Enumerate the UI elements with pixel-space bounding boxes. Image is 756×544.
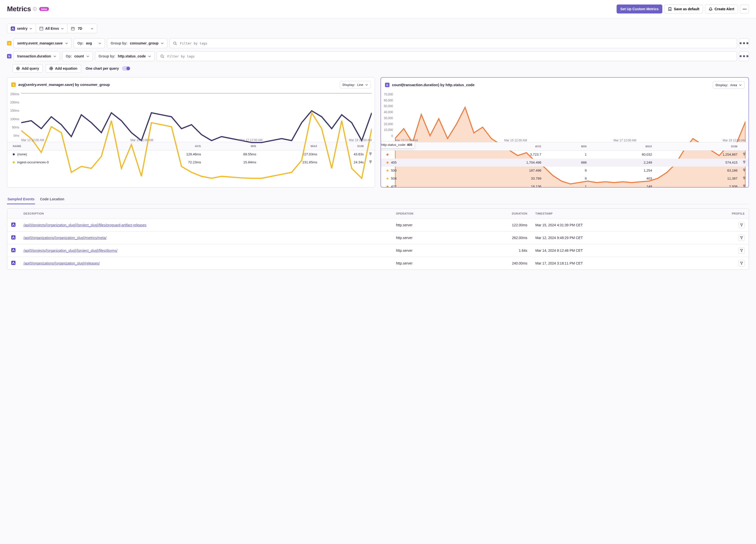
col-description: DESCRIPTION [19, 209, 392, 219]
table-row[interactable]: 500187.49691,25463,186 [381, 167, 749, 175]
svg-rect-11 [11, 261, 15, 265]
event-row[interactable]: /api/0/organizations/{organization_slug}… [7, 257, 749, 270]
svg-rect-9 [11, 235, 15, 240]
daterange-select[interactable]: 7D [67, 24, 97, 33]
tabs: Sampled Events Code Location [7, 195, 749, 204]
add-query-button[interactable]: Add query [12, 64, 43, 73]
event-link[interactable]: /api/0/projects/{organization_slug}/{pro… [23, 249, 117, 253]
event-row[interactable]: /api/0/projects/{organization_slug}/{pro… [7, 219, 749, 232]
tooltip-label: http.status_code: [381, 143, 406, 147]
metric-select-b[interactable]: transaction.duration [13, 51, 60, 61]
query-more-a[interactable] [739, 38, 749, 48]
page-header: Metrics ⓘ beta Set Up Custom Metrics Sav… [0, 0, 756, 18]
filter-input-a[interactable] [169, 38, 737, 48]
query-badge-a: a [7, 41, 11, 45]
window-icon [39, 27, 43, 30]
col-profile: PROFILE [689, 209, 749, 219]
one-chart-toggle[interactable] [122, 66, 130, 71]
save-default-button[interactable]: Save as default [664, 4, 703, 13]
query-more-b[interactable] [739, 51, 749, 61]
profile-button[interactable] [738, 260, 745, 267]
display-select-b[interactable]: Display: Area [713, 81, 745, 89]
add-equation-button[interactable]: Add equation [46, 64, 81, 73]
project-name: sentry [17, 26, 27, 30]
search-icon [173, 41, 177, 45]
events-table: DESCRIPTION OPERATION DURATION TIMESTAMP… [7, 208, 749, 270]
xaxis-a: Mar 13 12:00 AMMar 15 12:00 AMMar 17 12:… [21, 138, 372, 142]
yaxis-a: 250ms200ms150ms100ms50ms0ms [7, 92, 21, 138]
tooltip: http.status_code: 405 [380, 141, 415, 148]
xaxis-b: Mar 13 12:00 AMMar 15 12:00 AMMar 17 12:… [395, 139, 746, 142]
chart-plot-a[interactable]: 250ms200ms150ms100ms50ms0ms Mar 13 12:00… [7, 92, 375, 142]
beta-badge: beta [39, 7, 49, 11]
metric-value-b: transaction.duration [17, 54, 51, 58]
setup-custom-metrics-button[interactable]: Set Up Custom Metrics [617, 4, 662, 13]
sentry-project-icon [11, 235, 15, 240]
profile-button[interactable] [738, 247, 745, 254]
legend-table-b: NAMEAVGMINMAXSUM 3,723.7180,0321,254,887… [381, 142, 749, 187]
filter-bar: sentry All Envs 7D [7, 24, 749, 33]
create-alert-label: Create Alert [715, 7, 734, 11]
event-row[interactable]: /api/0/organizations/{organization_slug}… [7, 232, 749, 244]
display-value-a: Line [357, 83, 363, 87]
filter-field-a[interactable] [179, 41, 733, 45]
yaxis-b: 70,00060,00050,00040,00030,00020,00010,0… [381, 92, 394, 138]
groupby-label-b: Group by: [99, 54, 115, 58]
table-row[interactable]: 4051,704.4968862,249574,415 [381, 159, 749, 167]
op-value-b: count [74, 54, 84, 58]
filter-field-b[interactable] [167, 54, 733, 58]
sentry-project-icon [11, 261, 15, 265]
table-row[interactable]: 3,723.7180,0321,254,887 [381, 151, 749, 159]
op-value-a: avg [86, 41, 92, 45]
add-equation-label: Add equation [55, 66, 77, 70]
filter-input-b[interactable] [157, 51, 737, 61]
chart-badge-b: b [385, 83, 389, 87]
svg-rect-6 [11, 26, 15, 31]
groupby-select-b[interactable]: Group by: http.status_code [95, 51, 155, 61]
tooltip-value: 405 [407, 143, 412, 147]
page-title: Metrics [7, 5, 31, 13]
sentry-project-icon [11, 26, 15, 31]
one-chart-label: One chart per query [86, 66, 119, 70]
op-select-a[interactable]: Op: avg [74, 38, 105, 48]
table-row[interactable]: 50433.789940311,387 [381, 175, 749, 183]
chart-title-b: count(transaction.duration) by http.stat… [392, 83, 474, 87]
chart-title-a: avg(sentry.event_manager.save) by consum… [18, 83, 110, 87]
chart-badge-a: a [11, 82, 16, 87]
display-value-b: Area [730, 83, 737, 87]
chart-plot-b[interactable]: 70,00060,00050,00040,00030,00020,00010,0… [381, 92, 749, 142]
metric-value-a: sentry.event_manager.save [17, 41, 63, 45]
groupby-select-a[interactable]: Group by: consumer_group [107, 38, 167, 48]
display-select-a[interactable]: Display: Line [340, 81, 371, 88]
op-select-b[interactable]: Op: count [62, 51, 93, 61]
project-select[interactable]: sentry [7, 24, 36, 33]
event-row[interactable]: /api/0/projects/{organization_slug}/{pro… [7, 244, 749, 257]
col-timestamp: TIMESTAMP [531, 209, 689, 219]
svg-rect-8 [11, 223, 15, 227]
sentry-project-icon [11, 223, 15, 227]
display-label-a: Display: [343, 83, 355, 87]
svg-rect-10 [11, 248, 15, 252]
sentry-project-icon [11, 248, 15, 252]
profile-button[interactable] [738, 222, 745, 228]
add-query-label: Add query [22, 66, 39, 70]
chart-card-a: a avg(sentry.event_manager.save) by cons… [7, 77, 375, 188]
event-link[interactable]: /api/0/projects/{organization_slug}/{pro… [23, 223, 146, 227]
tab-sampled-events[interactable]: Sampled Events [7, 195, 35, 204]
display-label-b: Display: [716, 83, 728, 87]
tab-code-location[interactable]: Code Location [39, 195, 65, 204]
save-default-label: Save as default [674, 7, 699, 11]
environment-select[interactable]: All Envs [36, 24, 67, 33]
metric-select-a[interactable]: sentry.event_manager.save [13, 38, 72, 48]
table-row[interactable]: 42218.13611492,938 [381, 183, 749, 187]
search-icon [160, 54, 164, 58]
create-alert-button[interactable]: Create Alert [705, 4, 738, 13]
profile-button[interactable] [738, 235, 745, 241]
event-link[interactable]: /api/0/organizations/{organization_slug}… [23, 261, 100, 265]
overflow-button[interactable] [740, 4, 749, 13]
event-link[interactable]: /api/0/organizations/{organization_slug}… [23, 236, 106, 240]
help-icon[interactable]: ⓘ [33, 7, 37, 11]
environment-value: All Envs [45, 26, 59, 30]
daterange-value: 7D [78, 26, 82, 30]
calendar-icon [71, 27, 75, 30]
